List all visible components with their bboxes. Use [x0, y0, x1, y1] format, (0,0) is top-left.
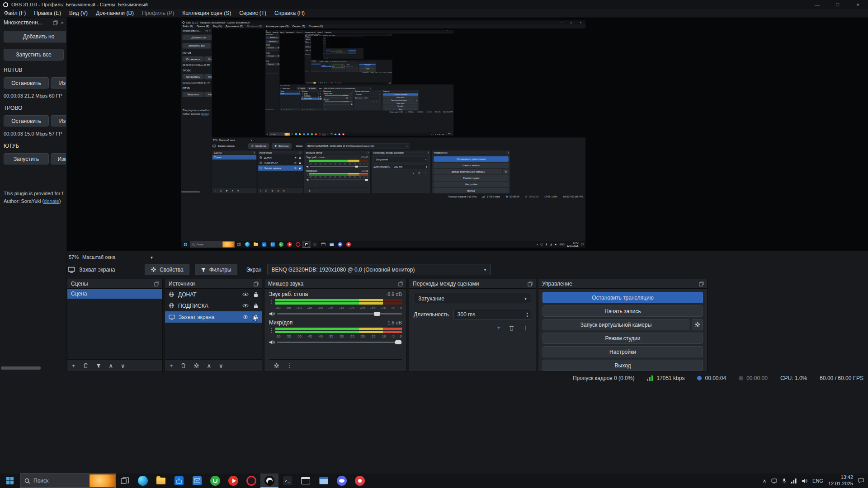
source-properties-gear-icon[interactable] [324, 71, 325, 71]
tray-volume-icon[interactable] [802, 479, 807, 483]
menu-view[interactable]: Вид (V) [65, 9, 92, 17]
dock-horizontal-scrollbar[interactable] [181, 191, 200, 192]
duration-spinbox[interactable]: 300 ms ▴ ▾ [392, 164, 428, 169]
app-opera-gx[interactable] [294, 241, 302, 248]
stop-streaming-button[interactable]: Остановить трансляцию [383, 93, 418, 95]
edit-target-button[interactable]: Изм [51, 77, 66, 89]
channel-menu-icon[interactable]: ⋮ [306, 173, 308, 176]
dock-horizontal-scrollbar[interactable] [265, 109, 274, 110]
menu-profile[interactable]: Профиль (P) [245, 24, 264, 28]
lock-icon[interactable] [299, 156, 302, 159]
add-transition-icon[interactable]: + [497, 324, 500, 331]
lock-icon[interactable] [320, 93, 321, 94]
move-source-up-icon[interactable]: ∧ [207, 362, 212, 369]
notification-center-icon[interactable] [363, 59, 364, 59]
tray-clock[interactable]: 13:42 12.01.2025 [567, 242, 579, 248]
notification-center-icon[interactable] [392, 83, 392, 83]
popout-icon[interactable] [254, 282, 259, 286]
add-source-icon[interactable]: + [321, 71, 322, 72]
exit-button[interactable]: Выход [434, 188, 508, 193]
taskbar-search[interactable] [324, 59, 328, 59]
transition-select[interactable]: Затухание ▾ [374, 157, 429, 162]
add-transition-icon[interactable]: + [373, 100, 374, 102]
transition-menu-icon[interactable]: ⋮ [347, 52, 348, 52]
menu-edit[interactable]: Правка (E) [195, 24, 211, 28]
lock-icon[interactable] [320, 98, 321, 99]
tray-mic-icon[interactable] [545, 243, 547, 246]
preview-canvas[interactable]: OBS 31.0.0 - Профиль: Безымянный - Сцены… [67, 18, 868, 251]
mixer-menu-icon[interactable]: ⋮ [327, 108, 329, 110]
search-highlight-image[interactable] [284, 133, 290, 136]
menu-tools[interactable]: Сервис (T) [291, 24, 307, 28]
task-view-button[interactable] [116, 474, 134, 488]
popout-icon[interactable] [699, 282, 704, 286]
app-terminal[interactable]: >_ [311, 241, 319, 248]
popout-icon[interactable] [367, 151, 369, 154]
add-transition-icon[interactable]: + [412, 172, 414, 175]
popout-icon[interactable] [205, 30, 208, 32]
duration-spinbox[interactable]: 300 ms ▴ ▾ [453, 309, 531, 320]
popout-icon[interactable] [380, 91, 381, 92]
spin-up-icon[interactable]: ▴ [526, 311, 528, 314]
source-properties-gear-icon[interactable] [307, 108, 308, 110]
tray-expand-icon[interactable]: ∧ [382, 83, 382, 83]
visibility-eye-icon[interactable] [329, 66, 330, 66]
edit-target-button[interactable]: Изме [276, 63, 280, 66]
screen-select[interactable]: BENQ G2320HDB: 868x488 @ 0,0 (Основной… [331, 61, 354, 62]
popout-icon[interactable] [398, 282, 403, 286]
screen-select[interactable]: BENQ G2320HDB: 868x488 @ 0,0 (Основной… [323, 87, 372, 89]
studio-mode-button[interactable]: Режим студии [434, 175, 508, 181]
menu-scene-collection[interactable]: Коллекция сцен (S) [264, 24, 291, 28]
preview-zoom-control[interactable]: 57% Масштаб окна ▾ [69, 253, 153, 262]
app-window-light[interactable] [330, 133, 334, 136]
popout-icon[interactable] [417, 91, 418, 92]
add-scene-icon[interactable]: + [72, 362, 75, 369]
popout-icon[interactable] [53, 20, 58, 25]
app-file-explorer[interactable] [252, 241, 260, 248]
remove-transition-icon[interactable] [509, 325, 514, 331]
channel-menu-icon[interactable]: ⋮ [269, 327, 274, 333]
visibility-eye-icon[interactable] [294, 167, 297, 169]
tray-clock[interactable]: 13:42 12.01.2025 [388, 82, 391, 84]
move-scene-down-icon[interactable]: ∨ [316, 71, 317, 72]
lock-icon[interactable] [254, 292, 258, 297]
duration-spinbox[interactable]: 300 ms ▴ ▾ [350, 66, 358, 67]
lock-icon[interactable] [330, 66, 330, 66]
mixer-menu-icon[interactable]: ⋮ [315, 189, 317, 192]
source-row[interactable]: ДОНАТ [165, 289, 262, 300]
screen-capture-source[interactable] [331, 37, 350, 48]
channel-menu-icon[interactable]: ⋮ [269, 299, 274, 305]
volume-slider[interactable] [310, 179, 368, 180]
lock-icon[interactable] [299, 167, 302, 169]
app-mail[interactable] [269, 241, 277, 248]
tray-volume-icon[interactable] [386, 83, 386, 83]
search-highlight-image[interactable] [222, 241, 234, 247]
volume-slider-handle[interactable] [365, 179, 368, 181]
move-source-down-icon[interactable]: ∨ [283, 189, 285, 192]
advanced-audio-gear-icon[interactable] [332, 71, 333, 71]
app-obs-active[interactable] [322, 133, 326, 136]
tray-volume-icon[interactable] [555, 243, 557, 245]
stop-target-button[interactable]: Остановить [4, 77, 49, 89]
search-highlight-image[interactable] [90, 474, 115, 487]
tray-volume-icon[interactable] [439, 134, 441, 135]
volume-slider-handle[interactable] [374, 312, 380, 316]
app-red[interactable] [341, 133, 345, 136]
menu-docks[interactable]: Док-панели (D) [92, 9, 138, 17]
move-scene-down-icon[interactable]: ∨ [237, 189, 239, 192]
close-button[interactable]: × [848, 0, 868, 9]
virtual-camera-settings-button[interactable] [503, 169, 509, 174]
move-source-up-icon[interactable]: ∧ [310, 108, 311, 110]
donate-link[interactable]: donate [44, 198, 59, 204]
move-source-up-icon[interactable]: ∧ [326, 71, 326, 72]
advanced-audio-gear-icon[interactable] [274, 363, 279, 369]
preview-zoom-control[interactable]: 57% Масштаб окна ▾ [213, 138, 252, 142]
speaker-icon[interactable] [306, 165, 309, 168]
app-green-utility[interactable] [206, 474, 224, 488]
lock-icon[interactable] [320, 96, 321, 97]
add-scene-icon[interactable]: + [281, 108, 282, 110]
popout-icon[interactable] [507, 151, 509, 154]
app-file-explorer[interactable] [152, 474, 170, 488]
edit-target-button[interactable]: Изм [204, 56, 212, 62]
start-virtual-camera-button[interactable]: Запуск виртуальной камеры [383, 99, 415, 101]
